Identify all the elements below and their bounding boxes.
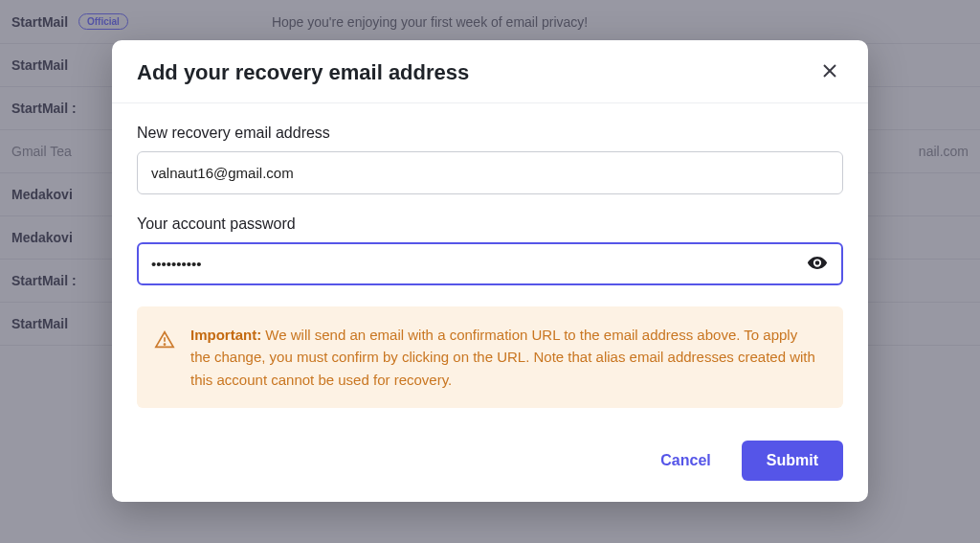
recovery-email-input[interactable] [137,151,843,194]
eye-icon [807,252,828,273]
email-label: New recovery email address [137,124,843,142]
modal-body: New recovery email address Your account … [112,103,868,425]
cancel-button[interactable]: Cancel [647,441,724,481]
submit-button[interactable]: Submit [742,441,843,481]
close-button[interactable] [816,57,843,87]
svg-point-3 [164,344,165,345]
email-input-wrap [137,151,843,194]
modal-footer: Cancel Submit [112,425,868,502]
alert-prefix: Important: [190,327,261,343]
warning-icon [154,329,175,354]
modal-header: Add your recovery email address [112,40,868,103]
important-alert: Important: We will send an email with a … [137,306,843,408]
account-password-input[interactable] [137,242,843,285]
modal-title: Add your recovery email address [137,60,469,85]
password-label: Your account password [137,215,843,233]
close-icon [820,61,839,80]
alert-text: Important: We will send an email with a … [190,324,820,391]
toggle-password-visibility-button[interactable] [803,248,832,280]
password-input-wrap [137,242,843,285]
modal-overlay: Add your recovery email address New reco… [0,0,980,543]
alert-body: We will send an email with a confirmatio… [190,327,815,388]
recovery-email-modal: Add your recovery email address New reco… [112,40,868,502]
